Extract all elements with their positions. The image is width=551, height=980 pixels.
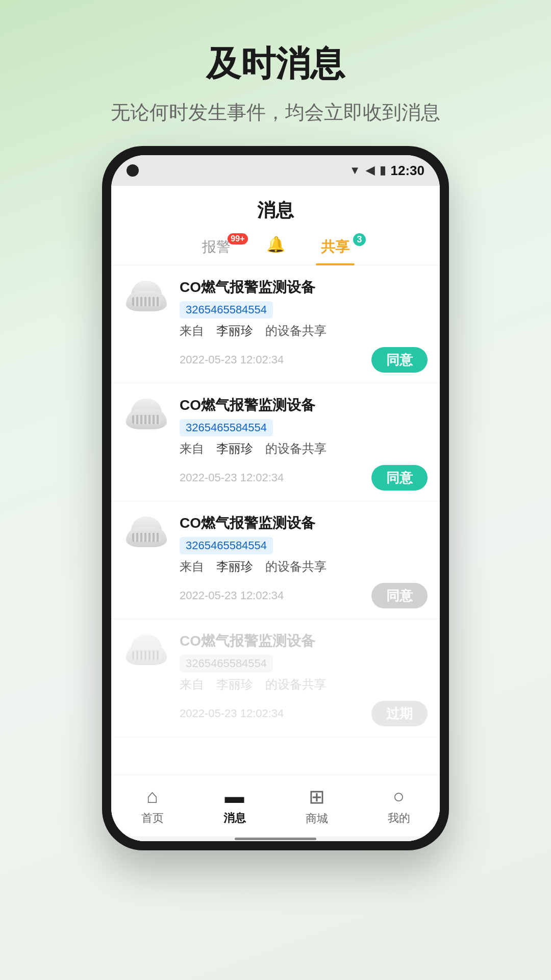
nav-item-shop[interactable]: ⊞ 商城 bbox=[276, 786, 358, 826]
nav-label-profile: 我的 bbox=[388, 811, 410, 826]
message-footer-2: 2022-05-23 12:02:34 同意 bbox=[180, 465, 428, 491]
device-icon-4 bbox=[123, 631, 169, 668]
agree-button-3[interactable]: 同意 bbox=[371, 583, 428, 608]
device-name-2: CO燃气报警监测设备 bbox=[180, 396, 428, 415]
message-footer-1: 2022-05-23 12:02:34 同意 bbox=[180, 347, 428, 373]
tab-share[interactable]: 共享 3 bbox=[316, 231, 355, 265]
device-id-badge-3: 3265465584554 bbox=[180, 537, 273, 554]
bell-icon: 🔔 bbox=[266, 235, 285, 253]
message-icon: ▬ bbox=[225, 786, 244, 807]
device-id-badge-4: 3265465584554 bbox=[180, 655, 273, 672]
message-time-1: 2022-05-23 12:02:34 bbox=[180, 353, 284, 366]
device-name-1: CO燃气报警监测设备 bbox=[180, 278, 428, 297]
message-body-4: CO燃气报警监测设备 3265465584554 来自 李丽珍 的设备共享 20… bbox=[180, 631, 428, 726]
message-body-1: CO燃气报警监测设备 3265465584554 来自 李丽珍 的设备共享 20… bbox=[180, 278, 428, 373]
home-bar bbox=[235, 838, 316, 840]
phone-mockup: ▼ ◀ ▮ 12:30 消息 报警 99+ 🔔 bbox=[102, 146, 449, 850]
tab-share-badge: 3 bbox=[353, 233, 365, 246]
message-item: CO燃气报警监测设备 3265465584554 来自 李丽珍 的设备共享 20… bbox=[111, 265, 440, 383]
device-icon-1 bbox=[123, 278, 169, 314]
bottom-nav: ⌂ 首页 ▬ 消息 ⊞ 商城 ○ 我的 bbox=[111, 775, 440, 836]
profile-icon: ○ bbox=[393, 786, 405, 807]
battery-icon: ▮ bbox=[380, 164, 386, 177]
message-item-3: CO燃气报警监测设备 3265465584554 来自 李丽珍 的设备共享 20… bbox=[111, 501, 440, 619]
message-time-4: 2022-05-23 12:02:34 bbox=[180, 707, 284, 720]
tab-alert-badge: 99+ bbox=[228, 233, 247, 244]
message-time-2: 2022-05-23 12:02:34 bbox=[180, 471, 284, 484]
message-footer-3: 2022-05-23 12:02:34 同意 bbox=[180, 583, 428, 608]
message-time-3: 2022-05-23 12:02:34 bbox=[180, 589, 284, 602]
share-text-3: 来自 李丽珍 的设备共享 bbox=[180, 558, 428, 575]
nav-item-message[interactable]: ▬ 消息 bbox=[193, 786, 276, 826]
device-id-badge-1: 3265465584554 bbox=[180, 301, 273, 318]
share-text-4: 来自 李丽珍 的设备共享 bbox=[180, 676, 428, 693]
status-time: 12:30 bbox=[391, 163, 425, 179]
device-id-badge-2: 3265465584554 bbox=[180, 419, 273, 436]
agree-button-2[interactable]: 同意 bbox=[371, 465, 428, 491]
app-header-title: 消息 bbox=[111, 198, 440, 223]
tab-share-label: 共享 bbox=[321, 239, 349, 255]
message-body-3: CO燃气报警监测设备 3265465584554 来自 李丽珍 的设备共享 20… bbox=[180, 513, 428, 608]
tabs: 报警 99+ 🔔 共享 3 bbox=[111, 231, 440, 265]
page-title: 及时消息 bbox=[111, 41, 440, 87]
camera-dot bbox=[127, 164, 139, 177]
shop-icon: ⊞ bbox=[309, 786, 325, 808]
message-item-4: CO燃气报警监测设备 3265465584554 来自 李丽珍 的设备共享 20… bbox=[111, 619, 440, 737]
app-content: 消息 报警 99+ 🔔 共享 3 bbox=[111, 186, 440, 841]
status-bar: ▼ ◀ ▮ 12:30 bbox=[111, 155, 440, 186]
phone-screen: ▼ ◀ ▮ 12:30 消息 报警 99+ 🔔 bbox=[111, 155, 440, 841]
message-body-2: CO燃气报警监测设备 3265465584554 来自 李丽珍 的设备共享 20… bbox=[180, 396, 428, 491]
app-header: 消息 报警 99+ 🔔 共享 3 bbox=[111, 186, 440, 265]
share-text-2: 来自 李丽珍 的设备共享 bbox=[180, 440, 428, 457]
nav-label-shop: 商城 bbox=[306, 811, 328, 826]
device-icon-3 bbox=[123, 513, 169, 550]
nav-label-home: 首页 bbox=[141, 811, 164, 826]
wifi-icon: ▼ bbox=[349, 164, 361, 177]
expired-button-4[interactable]: 过期 bbox=[371, 701, 428, 726]
home-icon: ⌂ bbox=[146, 786, 158, 807]
page-header: 及时消息 无论何时发生事件，均会立即收到消息 bbox=[111, 0, 440, 126]
signal-icon: ◀ bbox=[366, 164, 374, 177]
message-footer-4: 2022-05-23 12:02:34 过期 bbox=[180, 701, 428, 726]
nav-label-message: 消息 bbox=[223, 811, 246, 826]
tab-alert-label: 报警 bbox=[202, 239, 231, 255]
agree-button-1[interactable]: 同意 bbox=[371, 347, 428, 373]
home-indicator bbox=[111, 836, 440, 841]
device-name-3: CO燃气报警监测设备 bbox=[180, 513, 428, 533]
page-subtitle: 无论何时发生事件，均会立即收到消息 bbox=[111, 100, 440, 126]
tab-alert[interactable]: 报警 99+ bbox=[197, 231, 236, 265]
status-icons: ▼ ◀ ▮ 12:30 bbox=[349, 163, 424, 179]
device-icon-2 bbox=[123, 396, 169, 432]
device-name-4: CO燃气报警监测设备 bbox=[180, 631, 428, 651]
nav-item-profile[interactable]: ○ 我的 bbox=[358, 786, 440, 826]
message-list: CO燃气报警监测设备 3265465584554 来自 李丽珍 的设备共享 20… bbox=[111, 265, 440, 775]
nav-item-home[interactable]: ⌂ 首页 bbox=[111, 786, 193, 826]
message-item-2: CO燃气报警监测设备 3265465584554 来自 李丽珍 的设备共享 20… bbox=[111, 383, 440, 501]
share-text-1: 来自 李丽珍 的设备共享 bbox=[180, 323, 428, 339]
